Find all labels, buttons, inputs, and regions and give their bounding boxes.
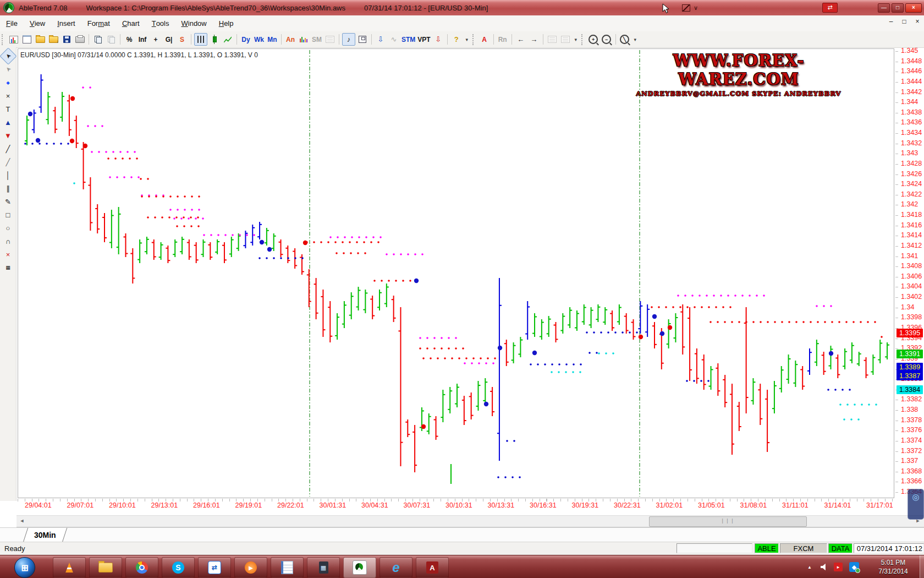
chrome-icon[interactable] — [125, 557, 158, 578]
new-chart-icon[interactable] — [8, 34, 20, 45]
restore-button[interactable]: □ — [892, 3, 904, 13]
vlc-icon[interactable] — [53, 557, 86, 578]
info-button[interactable]: Inf — [137, 34, 148, 45]
browser-e-icon[interactable]: e — [380, 557, 413, 578]
new-window-icon[interactable] — [21, 34, 33, 45]
menu-chart[interactable]: Chart — [116, 15, 146, 31]
menu-tools[interactable]: Tools — [146, 15, 175, 31]
mdi-close-icon[interactable]: × — [913, 18, 922, 25]
analysis-button[interactable]: An — [285, 34, 296, 45]
zoom-off-icon[interactable]: ╲ — [619, 34, 631, 45]
print-icon[interactable] — [74, 34, 86, 45]
forward-icon[interactable]: → — [528, 34, 540, 45]
percent-button[interactable]: % — [124, 34, 135, 45]
vpt-button[interactable]: VPT — [417, 34, 430, 45]
help-icon[interactable]: ? — [450, 34, 463, 45]
mdi-restore-icon[interactable]: □ — [900, 18, 909, 25]
horizontal-scrollbar[interactable]: ◄ | | | ► — [16, 515, 924, 527]
sound-alert-icon[interactable]: ♪ — [342, 33, 355, 46]
toolbar-overflow-2-icon[interactable]: ▾ — [573, 34, 579, 45]
scroll-left-icon[interactable]: ◄ — [17, 516, 27, 526]
arrow-down-tool-icon[interactable]: ▼ — [2, 129, 14, 141]
back-icon[interactable]: ← — [515, 34, 527, 45]
ellipse-tool-icon[interactable]: ○ — [2, 222, 14, 234]
draw-tool-icon[interactable]: ✎ — [2, 195, 14, 208]
desktop-gadget-overlay[interactable]: ◎ — [908, 489, 924, 520]
show-desktop-button[interactable] — [920, 555, 924, 578]
mdi-minimize-icon[interactable]: – — [887, 18, 895, 25]
menu-file[interactable]: File — [0, 15, 24, 31]
open-workspace-icon[interactable] — [34, 34, 46, 45]
connect-button[interactable]: ⇄ — [822, 3, 838, 13]
skype-icon[interactable]: S — [162, 557, 195, 578]
window-grid-icon[interactable] — [356, 34, 369, 45]
monthly-button[interactable]: Mn — [267, 34, 278, 45]
dot-tool-icon[interactable]: ◆ — [2, 77, 14, 89]
vertical-line-tool-icon[interactable]: │ — [2, 169, 14, 181]
candle-chart-type-icon[interactable] — [208, 34, 221, 45]
annotate-button[interactable]: A — [479, 34, 490, 45]
chart-panel[interactable]: EUR/USD [30-Min] 07/31/14 0.0000 C 1.339… — [18, 48, 894, 498]
teamviewer-icon[interactable]: ⇄ — [198, 557, 231, 578]
zoom-in-icon[interactable]: + — [587, 34, 600, 45]
arc-tool-icon[interactable]: ∩ — [2, 235, 14, 247]
erase-tool-icon[interactable]: × — [2, 90, 14, 102]
close-button[interactable]: × — [905, 3, 922, 13]
panel-tool-icon[interactable]: ▦ — [2, 261, 14, 274]
guidance-button[interactable]: G| — [163, 34, 174, 45]
menu-insert[interactable]: Insert — [51, 15, 81, 31]
start-button[interactable]: ⊞ — [14, 557, 35, 578]
tab-30min[interactable]: 30Min — [23, 528, 67, 542]
price-chart-canvas[interactable] — [18, 49, 894, 498]
menu-view[interactable]: View — [24, 15, 51, 31]
tray-expand-icon[interactable]: ▲ — [804, 555, 815, 578]
pointer-outline-tool-icon[interactable]: ➤ — [0, 61, 16, 78]
plus-button[interactable]: + — [150, 34, 161, 45]
text-tool-icon[interactable]: T — [2, 103, 14, 115]
explorer-folder-icon[interactable] — [89, 557, 122, 578]
zoom-out-icon[interactable]: − — [601, 34, 613, 45]
toolbar-overflow-icon[interactable]: ▾ — [464, 34, 470, 45]
import-data-icon[interactable] — [47, 34, 59, 45]
export-signals-icon[interactable]: ⇩ — [432, 34, 444, 45]
volume-icon[interactable] — [818, 555, 829, 578]
bar-chart-type-icon[interactable] — [194, 33, 207, 46]
delete-tool-icon[interactable]: × — [2, 248, 14, 260]
journal-icon[interactable] — [271, 557, 304, 578]
daily-button[interactable]: Dy — [240, 34, 251, 45]
export-data-icon[interactable]: ⇩ — [375, 34, 387, 45]
save-icon[interactable] — [61, 34, 73, 45]
paste-icon[interactable] — [105, 34, 117, 45]
trendline-tool-icon[interactable]: ╱ — [2, 143, 14, 155]
rectangle-tool-icon[interactable]: □ — [2, 209, 14, 221]
range-button[interactable]: Rn — [497, 34, 508, 45]
arrow-up-tool-icon[interactable]: ▲ — [2, 116, 14, 128]
media-player-icon[interactable]: ▶ — [234, 557, 267, 578]
curve-study-icon[interactable]: ∿ — [388, 34, 400, 45]
stm-button[interactable]: STM — [402, 34, 415, 45]
sm-button[interactable]: SM — [311, 34, 322, 45]
abletrend-icon[interactable] — [343, 557, 376, 578]
channel-tool-icon[interactable]: ∥ — [2, 182, 14, 194]
dropbox-tray-icon[interactable]: ◆ — [848, 555, 860, 578]
calculator-icon[interactable]: ▦ — [307, 557, 340, 578]
adobe-reader-icon[interactable]: A — [416, 557, 449, 578]
weekly-button[interactable]: Wk — [254, 34, 265, 45]
page-list-icon[interactable] — [546, 34, 558, 45]
menu-window[interactable]: Window — [175, 15, 212, 31]
page-list-2-icon[interactable] — [559, 34, 571, 45]
ray-tool-icon[interactable]: ╱ — [2, 156, 14, 168]
chevron-down-icon[interactable]: ∨ — [694, 4, 698, 12]
quote-list-icon[interactable] — [324, 34, 336, 45]
ablesys-tray-icon[interactable]: ▸ — [833, 555, 844, 578]
copy-icon[interactable] — [92, 34, 104, 45]
volume-histogram-icon[interactable] — [298, 34, 310, 45]
fullscreen-toggle-icon[interactable] — [682, 4, 690, 12]
menu-format[interactable]: Format — [81, 15, 116, 31]
line-chart-type-icon[interactable] — [222, 34, 234, 45]
taskbar-clock[interactable]: 5:01 PM 7/31/2014 — [868, 558, 919, 576]
scrollbar-thumb[interactable]: | | | — [649, 516, 807, 527]
signal-button[interactable]: S — [177, 34, 188, 45]
minimize-button[interactable]: — — [878, 3, 890, 13]
menu-help[interactable]: Help — [213, 15, 240, 31]
